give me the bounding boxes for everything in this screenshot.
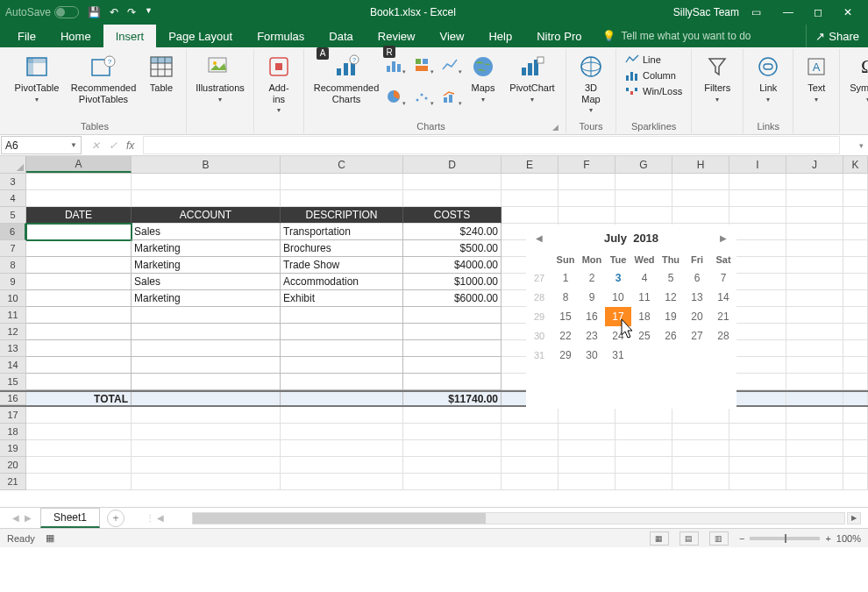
cell[interactable] xyxy=(729,392,786,405)
cell[interactable] xyxy=(403,357,502,374)
cell[interactable] xyxy=(672,424,729,440)
row-header[interactable]: 7 xyxy=(0,240,26,257)
calendar-day[interactable]: 11 xyxy=(631,288,658,307)
cell[interactable] xyxy=(559,440,615,457)
cell[interactable] xyxy=(843,357,868,374)
calendar-day[interactable]: 9 xyxy=(579,288,605,307)
cell[interactable] xyxy=(843,392,868,405)
page-break-view-button[interactable]: ▥ xyxy=(709,531,729,546)
cell[interactable] xyxy=(786,392,843,405)
cell[interactable] xyxy=(672,407,729,424)
row-header[interactable]: 5 xyxy=(0,207,26,224)
cell[interactable] xyxy=(403,440,502,457)
symbols-button[interactable]: Ω Symbols xyxy=(845,51,868,105)
add-sheet-button[interactable]: + xyxy=(107,510,125,527)
cell[interactable] xyxy=(132,174,281,190)
cell[interactable]: Trade Show xyxy=(281,257,403,274)
table-button[interactable]: Table xyxy=(142,51,181,96)
page-layout-view-button[interactable]: ▤ xyxy=(679,531,699,546)
row-header[interactable]: 18 xyxy=(0,424,26,440)
calendar-day[interactable]: 21 xyxy=(710,307,736,326)
cell[interactable] xyxy=(559,190,615,207)
calendar-day[interactable] xyxy=(658,346,684,365)
maps-button[interactable]: Maps xyxy=(464,51,502,105)
tab-file[interactable]: File xyxy=(5,25,48,47)
cell[interactable]: COSTS xyxy=(403,207,502,224)
calendar-day[interactable] xyxy=(631,346,658,365)
cell[interactable] xyxy=(843,407,868,424)
cell[interactable] xyxy=(132,474,281,490)
cell[interactable] xyxy=(615,457,672,474)
cell[interactable] xyxy=(26,174,132,190)
sparkline-line-button[interactable]: Line xyxy=(623,53,684,67)
cell[interactable] xyxy=(26,440,132,457)
recommended-pivot-button[interactable]: ? Recommended PivotTables xyxy=(67,51,140,106)
cell[interactable]: ACCOUNT xyxy=(132,207,281,224)
select-all-corner[interactable] xyxy=(0,156,26,173)
row-header[interactable]: 8 xyxy=(0,257,26,274)
row-header[interactable]: 21 xyxy=(0,474,26,490)
cell[interactable] xyxy=(843,174,868,190)
cell[interactable] xyxy=(729,340,786,357)
cell[interactable]: DATE xyxy=(26,207,132,224)
calendar-day[interactable]: 7 xyxy=(710,268,736,288)
cell[interactable] xyxy=(843,324,868,340)
link-button[interactable]: Link xyxy=(749,51,787,105)
cell[interactable] xyxy=(26,290,132,307)
row-header[interactable]: 4 xyxy=(0,190,26,207)
cell[interactable] xyxy=(729,257,786,274)
next-month-icon[interactable]: ▶ xyxy=(720,233,727,243)
calendar-day[interactable]: 15 xyxy=(552,307,579,326)
zoom-slider[interactable] xyxy=(750,537,820,540)
cell[interactable] xyxy=(559,207,615,224)
cell[interactable] xyxy=(729,290,786,307)
cell[interactable] xyxy=(729,357,786,374)
column-header-H[interactable]: H xyxy=(672,156,729,173)
cancel-icon[interactable]: ✕ xyxy=(91,139,100,152)
cell[interactable]: Brochures xyxy=(281,240,403,257)
3d-map-button[interactable]: 3D Map xyxy=(572,51,610,116)
zoom-out-icon[interactable]: − xyxy=(739,533,744,544)
normal-view-button[interactable]: ▦ xyxy=(650,531,669,546)
cell[interactable] xyxy=(403,407,502,424)
cell[interactable] xyxy=(615,474,672,490)
cell[interactable] xyxy=(26,224,132,240)
cell[interactable] xyxy=(559,474,615,490)
column-header-E[interactable]: E xyxy=(502,156,559,173)
qat-dropdown-icon[interactable]: ▼ xyxy=(145,6,153,18)
cell[interactable] xyxy=(615,407,672,424)
cell[interactable]: Sales xyxy=(132,274,281,290)
ribbon-display-icon[interactable]: ▭ xyxy=(751,6,761,18)
calendar-day[interactable]: 2 xyxy=(579,268,605,288)
calendar-day[interactable]: 14 xyxy=(710,288,736,307)
cell[interactable] xyxy=(672,457,729,474)
cell[interactable] xyxy=(26,340,132,357)
column-header-D[interactable]: D xyxy=(403,156,502,173)
cell[interactable] xyxy=(786,457,843,474)
cell[interactable] xyxy=(729,307,786,324)
cell[interactable]: $240.00 xyxy=(403,224,502,240)
cell[interactable] xyxy=(26,457,132,474)
cell[interactable] xyxy=(281,407,403,424)
cell[interactable] xyxy=(281,424,403,440)
tab-view[interactable]: View xyxy=(427,25,476,47)
tab-review[interactable]: Review xyxy=(366,25,428,47)
row-header[interactable]: 3 xyxy=(0,174,26,190)
cell[interactable] xyxy=(843,257,868,274)
calendar-day[interactable]: 25 xyxy=(631,326,658,346)
cell[interactable] xyxy=(786,374,843,390)
cell[interactable] xyxy=(281,190,403,207)
column-header-B[interactable]: B xyxy=(132,156,281,173)
cell[interactable] xyxy=(132,324,281,340)
row-header[interactable]: 12 xyxy=(0,324,26,340)
cell[interactable] xyxy=(502,440,559,457)
cell[interactable] xyxy=(786,207,843,224)
calendar-day[interactable]: 27 xyxy=(684,326,710,346)
calendar-day[interactable]: 18 xyxy=(631,307,658,326)
row-header[interactable]: 20 xyxy=(0,457,26,474)
cell[interactable] xyxy=(786,240,843,257)
cell[interactable]: TOTAL xyxy=(26,392,132,405)
scatter-chart-icon[interactable] xyxy=(413,86,434,107)
cell[interactable] xyxy=(26,240,132,257)
row-header[interactable]: 11 xyxy=(0,307,26,324)
